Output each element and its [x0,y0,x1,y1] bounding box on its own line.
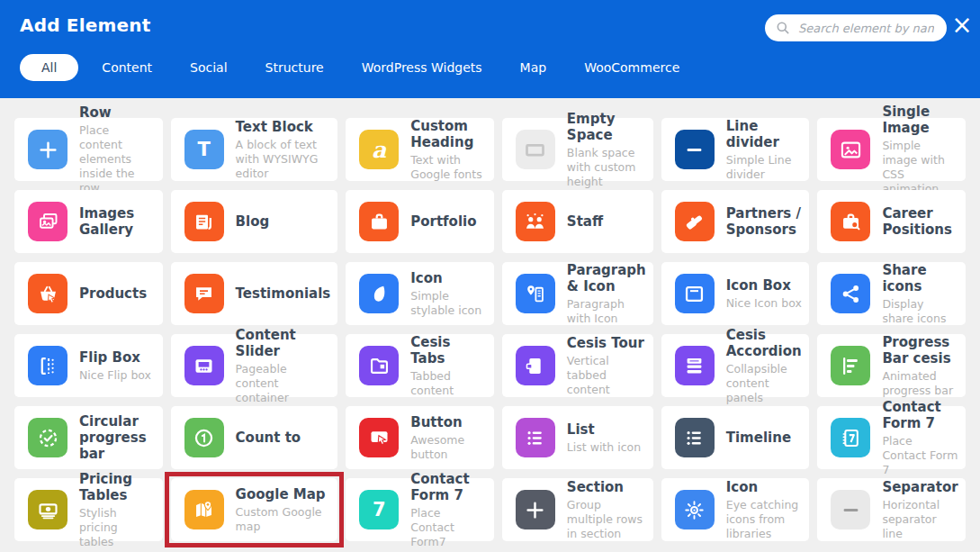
element-title: Portfolio [410,213,476,230]
element-card-flip-box-18[interactable]: Flip BoxNice Flip box [14,334,163,397]
element-card-empty-space-3[interactable]: Empty SpaceBlank space with custom heigh… [502,118,653,181]
element-title: Count to [236,430,301,446]
element-icon-tile [675,274,715,313]
element-description: Pageable content container [236,362,331,405]
flip-icon [36,354,60,378]
dash-icon [682,138,706,162]
element-texts: Contact Form 7Place Contact Form 7 [882,399,958,477]
element-card-progress-bar-cesis-23[interactable]: Progress Bar cesisAnimated progress bar [817,334,966,397]
element-card-button-26[interactable]: ButtonAwesome button [346,406,494,469]
element-icon-tile [831,274,870,313]
element-texts: Single ImageSimple image with CSS animat… [882,104,958,196]
element-icon-tile [184,202,224,241]
tab-content[interactable]: Content [87,54,166,81]
element-card-icon-box-16[interactable]: Icon BoxNice Icon box [661,262,810,325]
element-texts: Images Gallery [79,205,156,238]
tab-all[interactable]: All [20,54,78,81]
element-card-cesis-tour-21[interactable]: Cesis TourVertical tabbed content [502,334,653,397]
search-box[interactable] [765,14,947,41]
element-card-count-to-25[interactable]: Count to [171,406,338,469]
element-card-partners-sponsors-10[interactable]: Partners / Sponsors [661,190,810,253]
element-card-images-gallery-6[interactable]: Images Gallery [14,190,163,253]
element-card-testimonials-13[interactable]: Testimonials [171,262,338,325]
element-card-google-map-31[interactable]: Google MapCustom Google map [171,478,338,541]
element-icon-tile [516,130,555,169]
element-card-contact-form-7-29[interactable]: Contact Form 7Place Contact Form 7 [817,406,966,469]
element-texts: IconSimple stylable icon [410,270,487,318]
element-card-text-block-1[interactable]: TText BlockA block of text with WYSIWYG … [171,118,338,181]
element-card-icon-14[interactable]: IconSimple stylable icon [346,262,494,325]
element-title: Single Image [882,104,958,136]
element-title: Content Slider [236,327,331,359]
element-card-icon-34[interactable]: IconEye catching icons from libraries [661,478,810,541]
element-icon-tile [516,490,555,529]
pin-document-icon [523,282,547,306]
element-icon-tile [184,418,224,457]
element-description: A block of text with WYSIWYG editor [236,138,331,181]
money-icon [36,498,60,522]
element-title: Cesis Tabs [410,334,487,366]
briefcase-search-icon [839,210,863,234]
dash-icon [839,498,863,522]
element-icon-tile [675,202,715,241]
element-description: Paragraph with Icon [567,297,646,326]
element-card-pricing-tables-30[interactable]: Pricing TablesStylish pricing tables [14,478,163,541]
element-texts: Custom HeadingText with Google fonts [410,118,487,182]
element-card-cesis-tabs-20[interactable]: Cesis TabsTabbed content [346,334,494,397]
element-card-share-icons-17[interactable]: Share iconsDisplay share icons [817,262,966,325]
element-card-line-divider-4[interactable]: Line dividerSimple Line divider [661,118,810,181]
element-title: Flip Box [79,349,151,366]
plus-icon [36,138,60,162]
element-icon-tile: a [359,130,399,169]
element-texts: SectionGroup multiple rows in section [567,479,646,541]
element-title: Empty Space [567,111,646,143]
element-card-custom-heading-2[interactable]: aCustom HeadingText with Google fonts [346,118,494,181]
element-card-career-positions-11[interactable]: Career Positions [817,190,966,253]
element-title: Timeline [726,430,791,446]
gallery-icon [36,210,60,234]
element-card-list-27[interactable]: ListList with icon [502,406,653,469]
element-card-cesis-accordion-22[interactable]: Cesis AccordionCollapsible content panel… [661,334,810,397]
element-card-blog-7[interactable]: Blog [171,190,338,253]
search-input[interactable] [796,21,936,36]
element-description: Nice Flip box [79,368,151,383]
form-seven-icon [839,426,863,450]
element-texts: Text BlockA block of text with WYSIWYG e… [236,119,331,181]
tab-structure[interactable]: Structure [251,54,338,81]
element-icon-tile [675,130,715,169]
element-grid: RowPlace content elements inside the row… [14,118,966,541]
element-card-paragraph-icon-15[interactable]: Paragraph & IconParagraph with Icon [502,262,653,325]
element-texts: Empty SpaceBlank space with custom heigh… [567,111,646,189]
element-card-portfolio-8[interactable]: Portfolio [346,190,494,253]
element-card-single-image-5[interactable]: Single ImageSimple image with CSS animat… [817,118,966,181]
tab-wordpress-widgets[interactable]: WordPress Widgets [347,54,497,81]
element-card-content-slider-19[interactable]: Content SliderPageable content container [171,334,338,397]
element-card-staff-9[interactable]: Staff [502,190,653,253]
bullet-list-icon [682,426,706,450]
chat-bubble-icon [192,282,216,306]
element-card-separator-35[interactable]: SeparatorHorizontal separator line [817,478,966,541]
tab-map[interactable]: Map [506,54,562,81]
element-card-section-33[interactable]: SectionGroup multiple rows in section [502,478,653,541]
tab-woocommerce[interactable]: WooCommerce [570,54,694,81]
element-title: Icon [410,270,487,286]
element-card-timeline-28[interactable]: Timeline [661,406,810,469]
element-card-circular-progress-bar-24[interactable]: Circular progress bar [14,406,163,469]
element-title: Progress Bar cesis [882,334,958,366]
element-title: Contact Form 7 [410,471,487,503]
element-card-row-0[interactable]: RowPlace content elements inside the row [14,118,163,181]
progress-bars-icon [839,354,863,378]
tab-social[interactable]: Social [175,54,242,81]
element-texts: Count to [236,430,301,446]
element-icon-tile [675,490,715,529]
element-description: Animated progress bar [882,369,958,398]
element-card-products-12[interactable]: Products [14,262,163,325]
button-cursor-icon [367,426,391,450]
close-icon[interactable]: × [949,12,976,41]
element-title: List [567,421,641,438]
element-texts: Cesis TabsTabbed content [410,334,487,398]
element-texts: Progress Bar cesisAnimated progress bar [882,334,958,398]
newspaper-icon [192,210,216,234]
element-texts: Blog [236,213,270,230]
element-card-contact-form-7-32[interactable]: 7Contact Form 7Place Contact Form7 [346,478,494,541]
